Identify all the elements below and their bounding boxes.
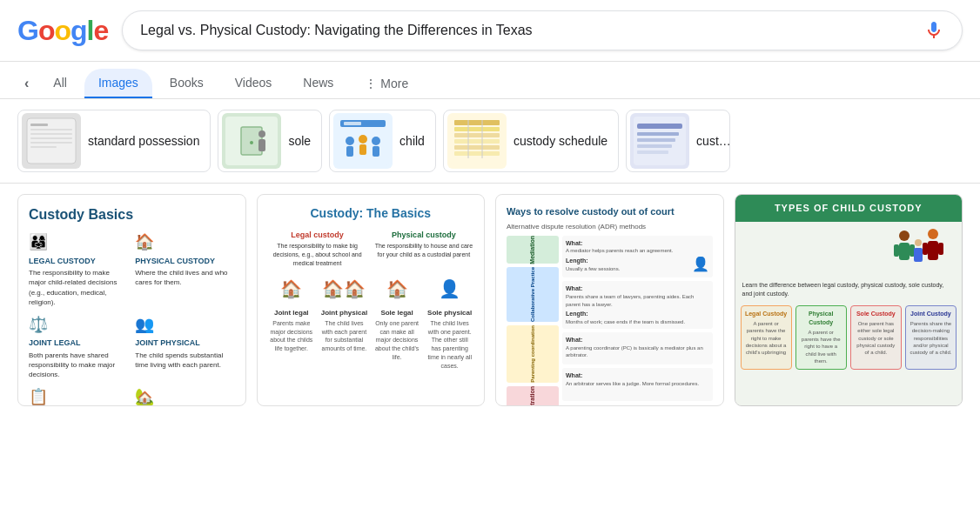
card1-item-sole-physical: 🏡 SOLE PHYSICAL The child lives with one…	[135, 386, 234, 405]
card2-joint-physical: Joint physical The child lives with each…	[320, 308, 368, 371]
tab-news[interactable]: News	[289, 69, 347, 98]
card2-legal-col: Legal custody The responsibility to make…	[268, 230, 367, 268]
card3-label-mediation: Mediation	[528, 236, 537, 264]
svg-rect-18	[359, 144, 366, 155]
svg-point-36	[899, 231, 910, 241]
card2-joint-legal: Joint legal Parents make major decisions…	[268, 308, 316, 371]
card3-row-collaborative: What: Parents share a team of lawyers, p…	[562, 281, 713, 329]
card1-item-legal-custody: 👨‍👩‍👧 LEGAL CUSTODY The responsibility t…	[29, 231, 128, 307]
card3-row-arbitration: What: An arbitrator serves like a judge.…	[562, 368, 713, 400]
svg-rect-14	[344, 122, 361, 125]
card2-title: Custody: The Basics	[268, 205, 474, 223]
chip-label-child: child	[399, 134, 425, 148]
chip-standard-possession[interactable]: standard possession	[17, 110, 211, 172]
card2-sole-legal: Sole legal Only one parent can make all …	[373, 308, 421, 371]
svg-rect-37	[899, 243, 910, 260]
svg-rect-42	[923, 243, 928, 255]
svg-point-10	[258, 130, 265, 137]
chip-label-custody-schedule: custody schedule	[513, 134, 607, 148]
svg-point-40	[928, 229, 938, 239]
card3-subtitle: Alternative dispute resolution (ADR) met…	[507, 222, 713, 231]
svg-rect-27	[454, 151, 500, 156]
card2-sole-physical: Sole physical The child lives with one p…	[426, 308, 473, 371]
svg-rect-11	[258, 139, 265, 151]
svg-rect-5	[30, 142, 72, 144]
tab-books[interactable]: Books	[156, 69, 218, 98]
card3-label-arbitration: Arbitration	[528, 386, 537, 405]
svg-rect-26	[454, 145, 500, 150]
svg-point-17	[359, 135, 367, 144]
card3-label-collaborative: Collaborative Practice	[529, 267, 536, 322]
card3-row-parenting: What: A parenting coordinator (PC) is ba…	[562, 332, 713, 364]
nav-arrow-left[interactable]: ‹	[17, 69, 36, 98]
svg-rect-3	[30, 133, 72, 135]
svg-rect-33	[637, 138, 675, 142]
card4-subtitle: Learn the difference between legal custo…	[735, 281, 963, 302]
svg-point-15	[346, 137, 354, 145]
nav-more[interactable]: ⋮ More	[351, 70, 422, 97]
chip-sole[interactable]: sole	[218, 110, 322, 172]
card1-item-sole-legal: 📋 SOLE LEGAL One parent has full respons…	[29, 386, 128, 405]
result-card-ways-to-resolve[interactable]: Ways to resolve custody out of court Alt…	[495, 194, 724, 406]
svg-rect-38	[894, 244, 899, 257]
result-card-custody-the-basics[interactable]: Custody: The Basics Legal custody The re…	[257, 194, 486, 406]
svg-rect-4	[30, 137, 72, 139]
mic-icon[interactable]	[923, 20, 944, 41]
svg-rect-24	[454, 133, 500, 137]
svg-point-44	[915, 239, 922, 246]
card4-box-legal: Legal Custody A parent or parents have t…	[741, 305, 792, 370]
card4-box-joint: Joint Custody Parents share the decision…	[905, 305, 957, 370]
svg-rect-31	[637, 124, 682, 129]
card4-box-sole: Sole Custody One parent has either sole …	[850, 305, 902, 370]
svg-rect-1	[30, 124, 48, 126]
svg-rect-6	[30, 146, 57, 148]
chip-custody-schedule[interactable]: custody schedule	[443, 110, 619, 172]
tab-images[interactable]: Images	[84, 69, 152, 98]
card3-label-parenting: Parenting coordination	[529, 325, 536, 383]
card1-title: Custody Basics	[29, 205, 235, 224]
card3-row-mediation: What: A mediator helps parents reach an …	[562, 236, 713, 278]
card1-item-joint-physical: 👥 JOINT PHYSICAL The child spends substa…	[135, 314, 234, 379]
search-query: Legal vs. Physical Custody: Navigating t…	[140, 23, 923, 38]
svg-rect-43	[938, 243, 943, 255]
search-bar[interactable]: Legal vs. Physical Custody: Navigating t…	[122, 10, 963, 50]
header: Google Legal vs. Physical Custody: Navig…	[0, 0, 980, 62]
svg-rect-20	[373, 146, 379, 157]
result-card-custody-basics[interactable]: Custody Basics 👨‍👩‍👧 LEGAL CUSTODY The r…	[17, 194, 246, 406]
chips-row: standard possession sole	[0, 99, 980, 184]
svg-rect-9	[250, 141, 253, 144]
results-grid: Custody Basics 👨‍👩‍👧 LEGAL CUSTODY The r…	[0, 184, 980, 417]
chip-child[interactable]: child	[329, 110, 436, 172]
card4-family-illustration	[885, 225, 955, 277]
svg-rect-25	[454, 139, 500, 144]
tab-videos[interactable]: Videos	[221, 69, 286, 98]
svg-rect-23	[454, 127, 500, 131]
google-logo: Google	[17, 15, 108, 47]
card2-physical-col: Physical custody The responsibility to h…	[374, 230, 473, 268]
svg-rect-16	[346, 146, 353, 157]
chip-label-cust: cust…	[696, 134, 730, 148]
card3-title: Ways to resolve custody out of court	[507, 205, 713, 218]
card4-box-physical: Physical Custody A parent or parents hav…	[795, 305, 847, 370]
svg-rect-45	[914, 248, 923, 262]
svg-rect-32	[637, 132, 679, 136]
card4-banner: TYPES OF CHILD CUSTODY	[735, 195, 963, 222]
svg-point-19	[372, 137, 380, 145]
card1-item-physical-custody: 🏠 PHYSICAL CUSTODY Where the child lives…	[135, 231, 234, 307]
chip-label-sole: sole	[288, 134, 311, 148]
card1-item-joint-legal: ⚖️ JOINT LEGAL Both parents have shared …	[29, 314, 128, 379]
svg-rect-34	[637, 144, 672, 148]
svg-rect-35	[637, 150, 668, 154]
svg-rect-2	[30, 129, 72, 130]
svg-rect-22	[454, 120, 500, 125]
result-card-types-custody[interactable]: TYPES OF CHILD CUSTODY	[735, 194, 963, 406]
nav-tabs: ‹ All Images Books Videos News ⋮ More	[0, 62, 980, 99]
chip-label-standard: standard possession	[88, 134, 199, 148]
svg-rect-41	[928, 241, 938, 260]
tab-all[interactable]: All	[39, 69, 81, 98]
chip-cust-partial[interactable]: cust…	[626, 110, 730, 172]
